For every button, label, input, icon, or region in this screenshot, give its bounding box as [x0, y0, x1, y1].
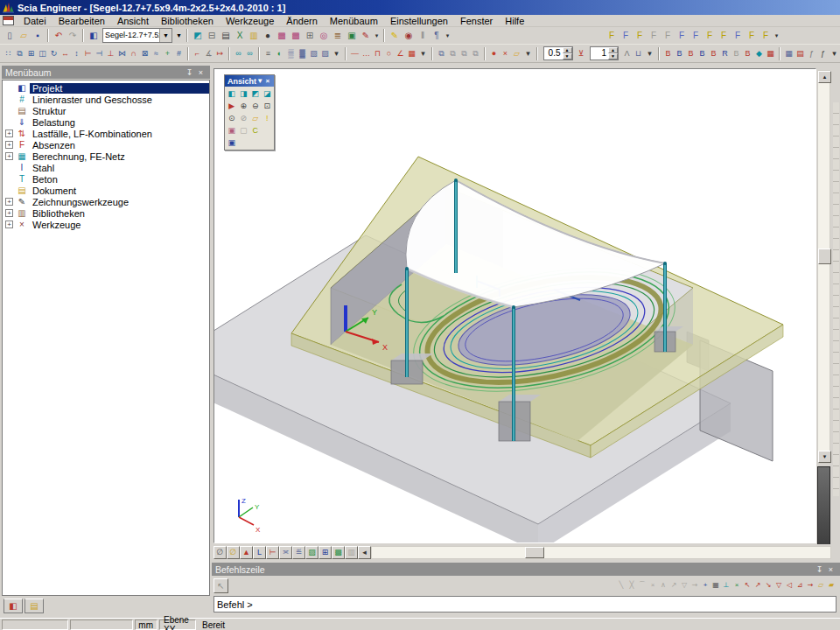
- tree-struktur[interactable]: ▤ Struktur: [3, 105, 209, 116]
- frame-view-5-icon[interactable]: F: [661, 29, 675, 43]
- horizontal-scroll-thumb[interactable]: [525, 547, 544, 558]
- clip-box-icon[interactable]: ▧: [308, 46, 319, 60]
- menu-aendern[interactable]: Ändern: [280, 15, 323, 27]
- menu-tree-header[interactable]: Menübaum ↧ ×: [2, 66, 210, 79]
- frame-view-3-icon[interactable]: F: [633, 29, 647, 43]
- view-z-icon[interactable]: ◩: [249, 88, 262, 100]
- diagram-icon[interactable]: ⊔: [633, 46, 644, 60]
- ucs-by-line-icon[interactable]: ⌐: [192, 46, 203, 60]
- tree-berechnung[interactable]: + ▦ Berechnung, FE-Netz: [3, 150, 209, 162]
- activity-dropdown[interactable]: ▾: [331, 46, 342, 60]
- snap-grid-icon[interactable]: #: [173, 46, 185, 60]
- scroll-left-icon[interactable]: ◂: [358, 546, 371, 559]
- hot-point-icon[interactable]: ●: [488, 46, 500, 60]
- join-icon[interactable]: ⋈: [116, 46, 128, 60]
- draw-dropdown[interactable]: ▾: [417, 46, 429, 60]
- moment-load-icon[interactable]: B: [742, 46, 753, 60]
- command-input[interactable]: [214, 596, 836, 612]
- frame-view-1-icon[interactable]: F: [605, 29, 619, 43]
- snap-curve-point-icon[interactable]: ⇝: [805, 579, 816, 592]
- frame-view-9-icon[interactable]: F: [717, 29, 731, 43]
- vertical-scroll-thumb[interactable]: [818, 248, 831, 264]
- visibility-icon[interactable]: ▒: [285, 46, 297, 60]
- open-folder-icon[interactable]: ▱: [17, 29, 31, 43]
- menu-menubaum[interactable]: Menübaum: [324, 15, 384, 27]
- printer-icon[interactable]: ⊞: [303, 29, 317, 43]
- sliding-support-icon[interactable]: B: [696, 46, 708, 60]
- snap-plane-icon[interactable]: ▱: [816, 579, 826, 592]
- tree-stahl[interactable]: I Stahl: [3, 162, 209, 173]
- add-node-icon[interactable]: +: [162, 46, 173, 60]
- export-dropdown[interactable]: ▾: [522, 46, 534, 60]
- horizontal-scrollbar[interactable]: ►: [371, 546, 831, 559]
- color-settings-icon[interactable]: ✎: [388, 29, 402, 43]
- snap-midpoint-icon[interactable]: ↗: [752, 579, 763, 592]
- close-icon[interactable]: ×: [264, 76, 271, 86]
- fixed-support-icon[interactable]: B: [674, 46, 685, 60]
- spin-up-icon[interactable]: ▲: [608, 47, 618, 53]
- menu-hilfe[interactable]: Hilfe: [499, 15, 530, 27]
- expand-icon[interactable]: +: [5, 209, 13, 217]
- scroll-down-icon[interactable]: ▼: [818, 451, 831, 463]
- clipboard-icon[interactable]: ▥: [247, 29, 261, 43]
- extend-icon[interactable]: ⊣: [94, 46, 105, 60]
- point-load-icon[interactable]: B: [708, 46, 719, 60]
- tree-absenzen[interactable]: + F Absenzen: [3, 139, 209, 150]
- hinged-support-icon[interactable]: B: [685, 46, 696, 60]
- render-icon[interactable]: ●: [261, 29, 275, 43]
- zoom-color-icon[interactable]: ◉: [402, 29, 416, 43]
- zoom-out-icon[interactable]: ⊖: [249, 100, 262, 112]
- menu-datei[interactable]: Datei: [18, 15, 52, 27]
- show-mesh-icon[interactable]: ⊞: [318, 546, 332, 559]
- menubaum-tab[interactable]: ◧: [4, 598, 23, 613]
- dimension-icon[interactable]: ↦: [214, 46, 226, 60]
- cut-icon[interactable]: ⊠: [139, 46, 150, 60]
- delete-icon[interactable]: ×: [500, 46, 511, 60]
- frame-view-8-icon[interactable]: F: [703, 29, 717, 43]
- preview-icon[interactable]: ◎: [317, 29, 331, 43]
- libraries-icon[interactable]: ≣: [331, 29, 345, 43]
- vertical-zoom-slider[interactable]: [817, 466, 830, 550]
- new-document-icon[interactable]: ▯: [3, 29, 17, 43]
- disconnect-members-icon[interactable]: ∞: [244, 46, 256, 60]
- pin-icon[interactable]: ↧: [184, 67, 195, 78]
- menu-fenster[interactable]: Fenster: [454, 15, 499, 27]
- view-params-icon[interactable]: ▩: [332, 546, 345, 559]
- snap-orthogonal-icon[interactable]: ▽: [774, 579, 784, 592]
- show-loads-icon[interactable]: L: [253, 546, 266, 559]
- menu-bearbeiten[interactable]: Bearbeiten: [52, 15, 111, 27]
- line-grid-icon[interactable]: ⊥: [721, 579, 732, 592]
- zoom-selection-icon[interactable]: ⊘: [238, 112, 250, 124]
- menu-ansicht[interactable]: Ansicht: [111, 15, 155, 27]
- copy-icon[interactable]: ⧉: [14, 46, 25, 60]
- select-cursor-button[interactable]: ↖: [214, 578, 228, 593]
- document-icon[interactable]: ▤: [219, 29, 233, 43]
- saved-view-icon[interactable]: ▱: [249, 112, 262, 124]
- haunch-icon[interactable]: ▦: [765, 46, 776, 60]
- step-icon[interactable]: Λ: [621, 46, 633, 60]
- snap-step-spinner[interactable]: 1 ▲▼: [590, 46, 620, 60]
- close-icon[interactable]: ×: [195, 67, 206, 78]
- combo-dropdown-icon[interactable]: ▼: [159, 29, 172, 42]
- esa-component-icon[interactable]: ◩: [191, 29, 205, 43]
- cursor-snap-icon[interactable]: +: [700, 579, 710, 592]
- activity-icon[interactable]: ◐: [274, 46, 285, 60]
- close-icon[interactable]: ×: [825, 564, 836, 575]
- tree-belastung[interactable]: ⇓ Belastung: [3, 116, 209, 128]
- intersect-icon[interactable]: ∩: [128, 46, 139, 60]
- hinge-icon[interactable]: ◆: [753, 46, 765, 60]
- expand-icon[interactable]: +: [5, 130, 13, 137]
- filter-icon[interactable]: ▓: [297, 46, 308, 60]
- show-model-data-icon[interactable]: ≝: [292, 546, 305, 559]
- clip-box-icon[interactable]: C: [249, 124, 262, 136]
- zoom-window-icon[interactable]: ⊡: [262, 100, 274, 112]
- draw-line-icon[interactable]: —: [349, 46, 360, 60]
- snap-mode-icon[interactable]: ×: [732, 579, 742, 592]
- beam-params-icon[interactable]: ¶: [430, 29, 444, 43]
- draw-rectangle-icon[interactable]: ⊓: [372, 46, 383, 60]
- reverse-icon[interactable]: ≈: [150, 46, 162, 60]
- rendered-icon[interactable]: ∅: [227, 546, 240, 559]
- frame-view-11-icon[interactable]: F: [745, 29, 759, 43]
- excel-export-icon[interactable]: X: [233, 29, 247, 43]
- node-support-icon[interactable]: B: [662, 46, 674, 60]
